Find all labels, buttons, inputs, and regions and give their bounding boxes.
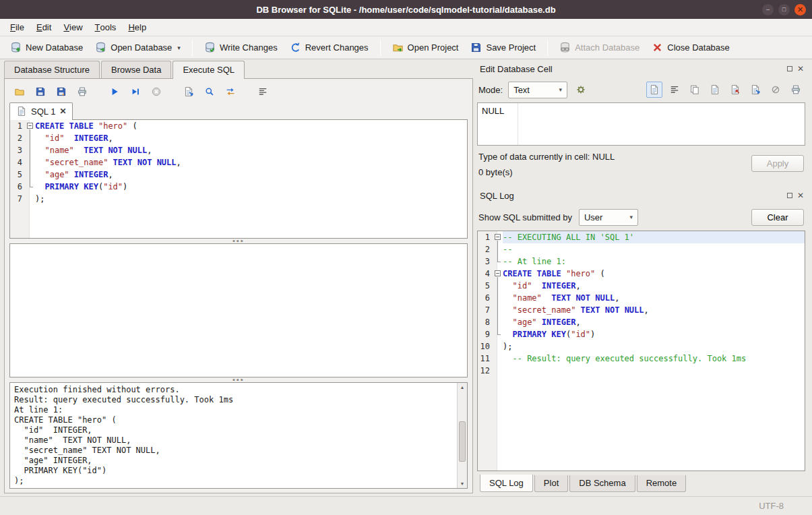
- export-results-icon[interactable]: [181, 84, 196, 99]
- code-line-5[interactable]: 5 "age" INTEGER,: [10, 169, 467, 181]
- tab-sql-log[interactable]: SQL Log: [480, 475, 533, 492]
- format-sql-icon[interactable]: [255, 84, 270, 99]
- results-grid[interactable]: [9, 243, 468, 377]
- line-number: 1: [10, 120, 26, 132]
- open-database-dropdown-icon[interactable]: ▾: [177, 44, 181, 51]
- sql-toolbar: [9, 82, 468, 102]
- import-cell-icon[interactable]: [727, 82, 743, 98]
- save-sql-file-icon[interactable]: [33, 84, 48, 99]
- scroll-down-icon[interactable]: ▼: [458, 479, 467, 488]
- tab-browse-data[interactable]: Browse Data: [101, 61, 171, 78]
- save-project-button[interactable]: Save Project: [466, 39, 540, 56]
- sql-editor[interactable]: 1−CREATE TABLE "hero" (2 "id" INTEGER,3 …: [9, 120, 468, 239]
- stop-icon: [149, 84, 164, 99]
- sql-log-view[interactable]: 1−-- EXECUTING ALL IN 'SQL 1'2--3-- At l…: [477, 231, 805, 471]
- chevron-down-icon: ▾: [559, 86, 563, 93]
- log-filter-dropdown[interactable]: User ▾: [579, 209, 638, 226]
- open-sql-file-icon[interactable]: [12, 84, 27, 99]
- mode-dropdown[interactable]: Text ▾: [508, 82, 567, 98]
- minimize-button[interactable]: –: [762, 4, 774, 16]
- open-project-label: Open Project: [408, 42, 459, 53]
- sql-log-header: SQL Log ✕: [477, 187, 805, 204]
- line-number: 6: [10, 181, 26, 193]
- scroll-thumb[interactable]: [459, 421, 466, 462]
- fold-marker: [493, 243, 503, 255]
- code-line-7[interactable]: 7);: [10, 193, 467, 205]
- fold-marker[interactable]: −: [26, 120, 35, 132]
- message-scrollbar[interactable]: ▲ ▼: [457, 383, 467, 488]
- close-button[interactable]: ✕: [794, 4, 806, 16]
- scroll-up-icon[interactable]: ▲: [458, 383, 467, 392]
- line-number: 3: [478, 255, 493, 268]
- fold-marker[interactable]: −: [493, 231, 503, 243]
- print-cell-icon[interactable]: [788, 82, 804, 98]
- execution-log-text[interactable]: Execution finished without errors. Resul…: [10, 383, 457, 488]
- tab-execute-sql[interactable]: Execute SQL: [173, 61, 245, 79]
- code-line-1: 1−-- EXECUTING ALL IN 'SQL 1': [478, 231, 805, 243]
- scroll-track[interactable]: [458, 392, 467, 479]
- auto-format-icon[interactable]: [573, 82, 589, 98]
- menu-tools[interactable]: Tools: [89, 19, 123, 36]
- fold-marker: [26, 193, 35, 205]
- write-changes-button[interactable]: Write Changes: [199, 39, 282, 56]
- code-line-3[interactable]: 3 "name" TEXT NOT NULL,: [10, 144, 467, 156]
- menu-help[interactable]: Help: [122, 19, 152, 36]
- line-number: 7: [478, 304, 493, 316]
- save-project-icon: [470, 42, 482, 53]
- open-database-button[interactable]: Open Database ▾: [90, 39, 185, 56]
- main-tab-bar: Database StructureBrowse DataExecute SQL: [4, 61, 473, 79]
- execute-current-line-icon[interactable]: [128, 84, 143, 99]
- print-icon[interactable]: [75, 84, 90, 99]
- revert-changes-button[interactable]: Revert Changes: [285, 39, 373, 56]
- fold-marker: [26, 181, 35, 193]
- fold-marker: [493, 292, 503, 304]
- open-project-icon: [392, 42, 404, 53]
- cell-content-editor[interactable]: NULL: [477, 102, 805, 146]
- code-line-6[interactable]: 6 PRIMARY KEY("id"): [10, 181, 467, 193]
- tab-db-schema[interactable]: DB Schema: [569, 475, 635, 492]
- tab-remote[interactable]: Remote: [637, 475, 687, 492]
- execute-all-icon[interactable]: [107, 84, 122, 99]
- status-bar: UTF-8: [0, 496, 812, 515]
- find-icon[interactable]: [202, 84, 217, 99]
- text-mode-icon[interactable]: [646, 82, 662, 98]
- tab-plot[interactable]: Plot: [534, 475, 568, 492]
- execute-sql-panel: SQL 1 ✕ 1−CREATE TABLE "hero" (2 "id" IN…: [4, 79, 473, 493]
- menu-file[interactable]: File: [4, 19, 30, 36]
- close-panel-icon[interactable]: ✕: [797, 65, 804, 72]
- menu-view[interactable]: View: [57, 19, 88, 36]
- export-cell-icon[interactable]: [747, 82, 763, 98]
- save-sql-as-icon[interactable]: [54, 84, 69, 99]
- close-database-button[interactable]: Close Database: [647, 39, 735, 56]
- grid-message-splitter[interactable]: ▪▪▪: [9, 377, 468, 382]
- fold-marker: [26, 132, 35, 144]
- word-wrap-icon[interactable]: [666, 82, 683, 98]
- float-panel-icon[interactable]: [787, 66, 792, 71]
- find-replace-icon[interactable]: [223, 84, 238, 99]
- editor-grid-splitter[interactable]: ▪▪▪: [9, 239, 468, 243]
- code-line-2[interactable]: 2 "id" INTEGER,: [10, 132, 467, 144]
- line-number: 5: [10, 169, 26, 181]
- new-database-button[interactable]: New Database: [5, 39, 88, 56]
- sql-tab-close-icon[interactable]: ✕: [59, 107, 66, 116]
- maximize-button[interactable]: □: [778, 4, 790, 16]
- tab-database-structure[interactable]: Database Structure: [4, 61, 100, 78]
- close-panel-icon[interactable]: ✕: [797, 192, 804, 199]
- open-project-button[interactable]: Open Project: [387, 39, 464, 56]
- code-line-2: 2--: [478, 243, 805, 255]
- titlebar[interactable]: DB Browser for SQLite - /home/user/code/…: [0, 0, 812, 19]
- code-line-4[interactable]: 4 "secret_name" TEXT NOT NULL,: [10, 156, 467, 169]
- code-line-1[interactable]: 1−CREATE TABLE "hero" (: [10, 120, 467, 132]
- clear-log-button[interactable]: Clear: [751, 209, 804, 226]
- fold-marker[interactable]: −: [493, 268, 503, 280]
- line-number: 5: [478, 280, 493, 292]
- log-filter-label: Show SQL submitted by: [478, 212, 572, 222]
- open-in-editor-icon[interactable]: [707, 82, 723, 98]
- code-line-5: 5 "id" INTEGER,: [478, 280, 805, 292]
- menu-edit[interactable]: Edit: [30, 19, 57, 36]
- sql-tab[interactable]: SQL 1 ✕: [9, 102, 73, 120]
- cell-info: Type of data currently in cell: NULL 0 b…: [477, 146, 805, 187]
- save-project-label: Save Project: [486, 42, 536, 53]
- float-panel-icon[interactable]: [787, 193, 792, 198]
- copy-cell-icon[interactable]: [687, 82, 703, 98]
